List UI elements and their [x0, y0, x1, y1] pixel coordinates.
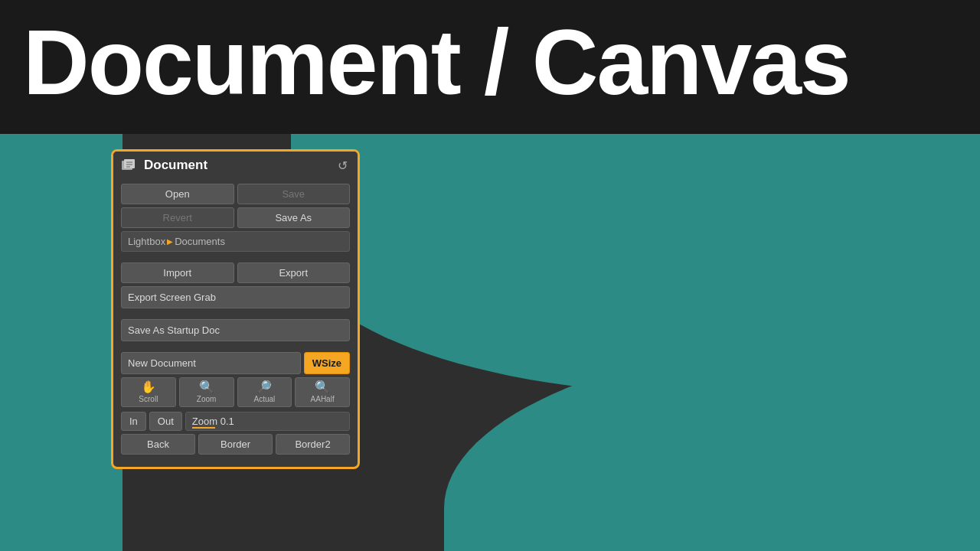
in-button[interactable]: In [121, 412, 146, 431]
open-save-row: Open Save [121, 184, 350, 204]
zoom-control-row: In Out Zoom 0.1 [121, 412, 350, 431]
actual-icon: 🔎 [256, 381, 272, 393]
save-startup-row: Save As Startup Doc [121, 319, 350, 341]
bottom-row: Back Border Border2 [121, 434, 350, 455]
zoom-underline [192, 427, 215, 429]
open-button[interactable]: Open [121, 184, 234, 204]
panel-header-left: Document [121, 158, 207, 173]
export-button[interactable]: Export [237, 262, 351, 283]
zoom-display: Zoom 0.1 [185, 412, 350, 431]
aahalf-label: AAHalf [311, 395, 335, 403]
scroll-icon: ✋ [141, 381, 156, 393]
new-doc-row: New Document WSize [121, 352, 350, 374]
wsize-button[interactable]: WSize [304, 352, 350, 374]
import-button[interactable]: Import [121, 262, 234, 283]
zoom-icon: 🔍 [199, 381, 214, 393]
tools-row: ✋ Scroll 🔍 Zoom 🔎 Actual 🔍 AAHalf [121, 377, 350, 407]
aahalf-icon: 🔍 [315, 381, 330, 393]
export-screen-grab-button[interactable]: Export Screen Grab [121, 286, 350, 308]
panel-title: Document [144, 158, 207, 173]
border-button[interactable]: Border [198, 434, 273, 455]
refresh-icon[interactable]: ↺ [335, 158, 350, 173]
spacer1 [121, 255, 350, 262]
revert-saveas-row: Revert Save As [121, 207, 350, 228]
scroll-label: Scroll [139, 395, 158, 403]
save-as-button[interactable]: Save As [237, 207, 351, 228]
document-panel: Document ↺ Open Save Revert Save As Ligh… [111, 149, 360, 469]
save-as-startup-button[interactable]: Save As Startup Doc [121, 319, 350, 341]
path-sub-label: Documents [175, 236, 225, 247]
back-button[interactable]: Back [121, 434, 195, 455]
zoom-label: Zoom [197, 395, 217, 403]
save-button[interactable]: Save [237, 184, 351, 204]
export-screen-grab-row: Export Screen Grab [121, 286, 350, 308]
zoom-value: Zoom 0.1 [192, 416, 234, 427]
import-export-row: Import Export [121, 262, 350, 283]
revert-button[interactable]: Revert [121, 207, 234, 228]
panel-body: Open Save Revert Save As Lightbox ▶ Docu… [113, 179, 358, 459]
panel-header: Document ↺ [113, 152, 358, 179]
path-button[interactable]: Lightbox ▶ Documents [121, 231, 350, 252]
teal-left [0, 134, 122, 551]
document-panel-icon [121, 158, 138, 172]
path-row: Lightbox ▶ Documents [121, 231, 350, 252]
spacer2 [121, 311, 350, 319]
spacer3 [121, 344, 350, 352]
border2-button[interactable]: Border2 [276, 434, 350, 455]
zoom-tool-button[interactable]: 🔍 Zoom [179, 377, 234, 407]
scroll-tool-button[interactable]: ✋ Scroll [121, 377, 176, 407]
out-button[interactable]: Out [149, 412, 182, 431]
path-arrow-icon: ▶ [167, 237, 173, 246]
actual-tool-button[interactable]: 🔎 Actual [237, 377, 292, 407]
aahalf-tool-button[interactable]: 🔍 AAHalf [295, 377, 350, 407]
path-label: Lightbox [128, 236, 165, 247]
actual-label: Actual [253, 395, 275, 403]
new-document-button[interactable]: New Document [121, 352, 301, 374]
page-title: Document / Canvas [23, 11, 850, 112]
